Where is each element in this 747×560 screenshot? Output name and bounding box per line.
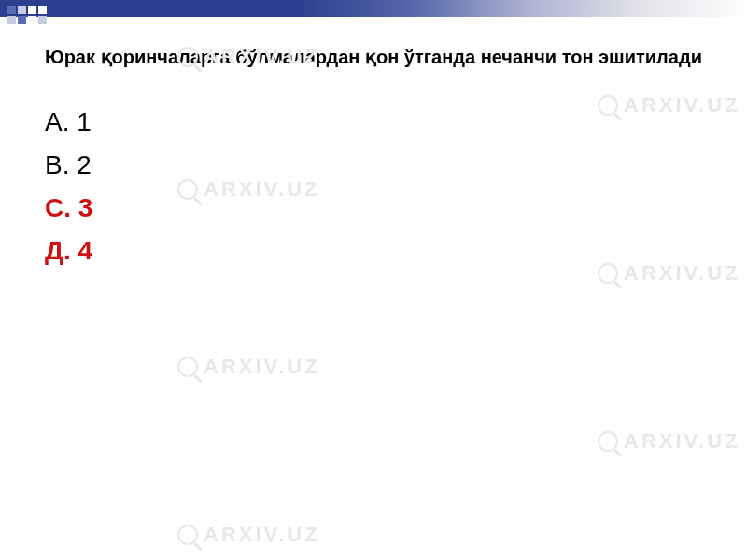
top-border-bar [0,0,747,17]
watermark: ARXIV.UZ [177,523,320,547]
watermark: ARXIV.UZ [177,355,320,379]
decor-square [38,6,47,14]
watermark-text: ARXIV.UZ [204,523,320,547]
magnifier-icon [598,431,618,452]
decor-square [28,16,36,24]
options-list: А. 1 В. 2 С. 3 Д. 4 [45,107,702,266]
question-text: Юрак қоринчаларга бўлмалардан қон ўтганд… [45,45,702,70]
magnifier-icon [177,357,198,377]
magnifier-icon [177,525,198,545]
watermark: ARXIV.UZ [598,429,740,454]
decor-square [18,16,26,24]
option-b: В. 2 [45,150,702,180]
decor-square [38,16,47,24]
decor-square [28,6,36,14]
watermark-text: ARXIV.UZ [624,429,740,454]
option-a: А. 1 [45,107,702,137]
content-area: Юрак қоринчаларга бўлмалардан қон ўтганд… [0,17,747,294]
option-c: С. 3 [45,193,702,223]
corner-decoration [7,6,49,24]
decor-square [7,6,16,14]
decor-square [7,16,16,24]
decor-square [18,6,26,14]
option-d: Д. 4 [45,236,702,266]
watermark-text: ARXIV.UZ [204,355,320,379]
